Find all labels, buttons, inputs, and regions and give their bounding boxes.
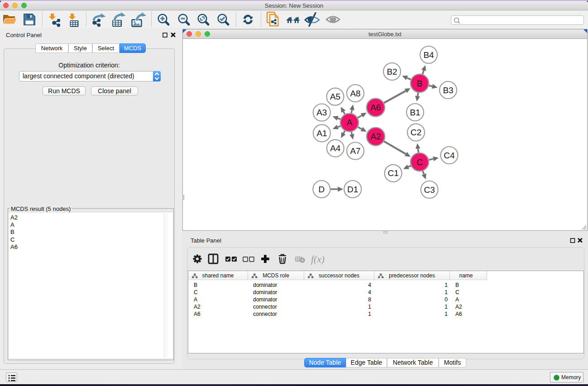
svg-text:D1: D1 [347, 185, 358, 194]
svg-text:A6: A6 [370, 103, 381, 112]
svg-text:B2: B2 [387, 67, 397, 76]
svg-text:C: C [416, 157, 423, 167]
svg-text:C2: C2 [411, 128, 421, 137]
svg-text:A5: A5 [330, 92, 340, 101]
svg-text:C3: C3 [424, 185, 435, 195]
svg-text:B4: B4 [423, 50, 434, 60]
svg-text:B3: B3 [443, 86, 453, 95]
svg-text:A8: A8 [350, 89, 360, 98]
svg-text:A3: A3 [316, 108, 327, 117]
svg-text:D: D [319, 185, 325, 194]
svg-text:C1: C1 [387, 168, 398, 178]
svg-text:B1: B1 [410, 108, 420, 117]
svg-text:A: A [347, 118, 353, 127]
svg-text:A4: A4 [330, 143, 341, 153]
svg-text:f(x): f(x) [311, 254, 325, 265]
svg-text:C4: C4 [444, 151, 455, 160]
svg-text:A1: A1 [316, 129, 327, 138]
svg-text:B: B [417, 79, 423, 88]
svg-text:A7: A7 [350, 146, 360, 156]
svg-text:A2: A2 [370, 132, 381, 141]
